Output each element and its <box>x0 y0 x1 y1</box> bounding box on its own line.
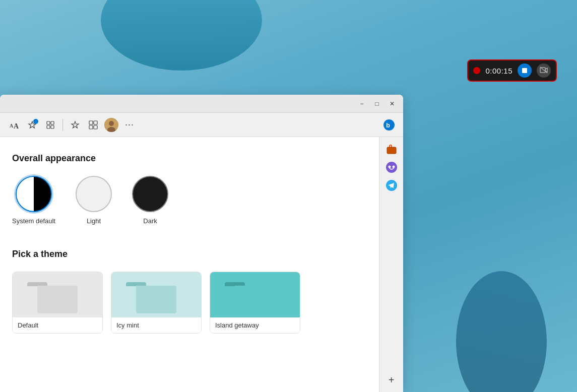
minimize-button[interactable]: − <box>355 97 369 111</box>
theme-card-island-getaway[interactable]: Island getaway <box>210 272 300 334</box>
svg-point-18 <box>386 162 397 173</box>
stop-recording-button[interactable] <box>518 63 532 78</box>
more-tools-button[interactable]: ··· <box>121 117 138 133</box>
pick-a-theme-section: Pick a theme Default <box>12 249 367 334</box>
add-to-favorites-button[interactable] <box>24 117 40 133</box>
pick-a-theme-title: Pick a theme <box>12 249 367 259</box>
folder-icon-island <box>235 282 275 313</box>
appearance-options: System default Light Dark <box>12 176 367 225</box>
camera-toggle-button[interactable] <box>537 63 551 78</box>
theme-card-default[interactable]: Default <box>12 272 103 334</box>
theme-name-default: Default <box>13 317 102 333</box>
sidebar-copilot-button[interactable] <box>383 159 400 175</box>
close-button[interactable]: ✕ <box>385 97 399 111</box>
bg-decoration-bottom <box>456 271 547 392</box>
camera-icon <box>540 67 548 75</box>
svg-text:b: b <box>386 121 390 129</box>
maximize-button[interactable]: □ <box>370 97 384 111</box>
browser-toolbar: A A <box>0 113 403 137</box>
bg-decoration-top <box>101 0 262 71</box>
light-circle <box>76 176 112 212</box>
theme-card-icy-mint[interactable]: Icy mint <box>111 272 202 334</box>
bing-button[interactable]: b <box>381 117 397 133</box>
folder-icon-icy-mint <box>136 282 176 313</box>
svg-line-0 <box>540 67 547 73</box>
svg-rect-5 <box>47 125 50 128</box>
svg-rect-3 <box>47 121 50 124</box>
svg-rect-8 <box>94 121 97 124</box>
dark-label: Dark <box>143 217 157 225</box>
favorites-bar-button[interactable] <box>67 117 83 133</box>
folder-icon-default <box>37 282 78 313</box>
svg-rect-10 <box>94 125 97 129</box>
theme-name-icy-mint: Icy mint <box>111 317 201 333</box>
favorites-badge <box>33 119 38 124</box>
theme-name-island-getaway: Island getaway <box>210 317 300 333</box>
light-label: Light <box>87 217 101 225</box>
system-default-circle <box>16 176 52 212</box>
workspaces-button[interactable] <box>85 117 101 133</box>
main-content: Overall appearance System default Light … <box>0 137 379 392</box>
overall-appearance-title: Overall appearance <box>12 153 367 164</box>
system-default-option[interactable]: System default <box>12 176 55 225</box>
folder-body-default <box>37 286 78 313</box>
folder-body-island <box>235 286 275 313</box>
overall-appearance-section: Overall appearance System default Light … <box>12 153 367 225</box>
system-default-label: System default <box>12 217 55 225</box>
recording-timer: 0:00:15 <box>485 67 512 75</box>
right-sidebar: + <box>379 137 403 392</box>
browser-window: − □ ✕ A A <box>0 95 403 392</box>
font-size-button[interactable]: A A <box>6 117 22 133</box>
svg-rect-4 <box>51 121 54 124</box>
sidebar-add-button[interactable]: + <box>383 372 400 388</box>
recording-indicator <box>473 67 480 74</box>
dark-option[interactable]: Dark <box>132 176 168 225</box>
svg-rect-6 <box>51 125 54 128</box>
sidebar-telegram-button[interactable] <box>383 177 400 193</box>
svg-text:A: A <box>14 122 19 129</box>
svg-rect-9 <box>89 125 93 129</box>
svg-text:A: A <box>10 123 14 128</box>
recording-toolbar: 0:00:15 <box>467 59 557 82</box>
toolbar-divider-1 <box>62 119 63 131</box>
folder-body-mint <box>136 286 176 313</box>
extensions-button[interactable] <box>42 117 58 133</box>
theme-preview-icy-mint <box>111 272 201 317</box>
add-icon: + <box>389 374 395 386</box>
theme-preview-island-getaway <box>210 272 300 317</box>
svg-point-20 <box>392 166 395 168</box>
svg-point-19 <box>388 166 391 168</box>
avatar <box>104 118 118 132</box>
dark-circle <box>132 176 168 212</box>
title-bar: − □ ✕ <box>0 95 403 113</box>
browser-content: Overall appearance System default Light … <box>0 137 403 392</box>
theme-preview-default <box>13 272 102 317</box>
svg-rect-16 <box>387 147 396 154</box>
theme-cards-container: Default Icy mint <box>12 272 367 334</box>
svg-rect-7 <box>89 121 93 124</box>
profile-button[interactable] <box>103 117 119 133</box>
stop-icon <box>522 68 527 73</box>
svg-point-12 <box>109 121 114 126</box>
sidebar-briefcase-button[interactable] <box>383 141 400 157</box>
light-option[interactable]: Light <box>76 176 112 225</box>
